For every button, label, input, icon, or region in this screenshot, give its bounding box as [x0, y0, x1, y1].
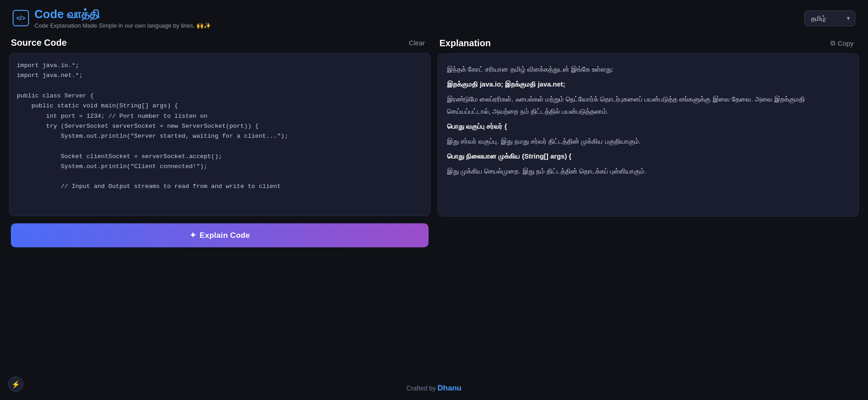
clear-button[interactable]: Clear — [405, 37, 429, 48]
explain-code-button[interactable]: ✦ Explain Code — [11, 223, 429, 247]
explanation-paragraph: இது முக்கிய செயல்முறை. இது நம் திட்டத்தி… — [447, 165, 849, 177]
copy-button[interactable]: ⧉ Copy — [827, 37, 857, 49]
explain-btn-row: ✦ Explain Code — [9, 216, 430, 251]
explanation-panel-title: Explanation — [439, 38, 491, 48]
copy-icon: ⧉ — [830, 39, 835, 47]
explanation-paragraph: பொது நிலையான முக்கிய (String[] args) { — [447, 150, 849, 162]
main-content: Source Code Clear import java.io.*; impo… — [0, 34, 868, 377]
explanation-paragraph: இரண்டுமே லைப்ரரிகள். ஃபைல்கள் மற்றும் நெ… — [447, 93, 849, 117]
header-title-group: Code வாத்தி Code Explanation Made Simple… — [34, 7, 211, 29]
header: </> Code வாத்தி Code Explanation Made Si… — [0, 0, 868, 34]
language-select[interactable]: தமிழ் English Hindi Telugu Kannada — [804, 10, 855, 26]
footer: Crafted by Dhanu — [0, 377, 868, 400]
language-selector-wrapper[interactable]: தமிழ் English Hindi Telugu Kannada — [804, 10, 855, 26]
explain-btn-icon: ✦ — [190, 231, 196, 240]
right-panel: Explanation ⧉ Copy இந்தக் கோட் சரியான தம… — [438, 34, 859, 377]
explanation-paragraph: பொது வகுப்பு சர்வர் { — [447, 120, 849, 132]
left-panel: Source Code Clear import java.io.*; impo… — [9, 34, 430, 377]
app-title: Code வாத்தி — [34, 7, 211, 21]
explanation-paragraph: இந்தக் கோட் சரியான தமிழ் விளக்கத்துடன் இ… — [447, 63, 849, 75]
source-panel-header: Source Code Clear — [9, 34, 430, 53]
copy-label: Copy — [838, 39, 854, 47]
author-name: Dhanu — [438, 384, 462, 392]
explanation-paragraph: இறக்குமதி java.io; இறக்குமதி java.net; — [447, 78, 849, 90]
crafted-by-text: Crafted by — [406, 385, 436, 392]
code-editor[interactable]: import java.io.*; import java.net.*; pub… — [9, 53, 430, 216]
bottom-left-icon[interactable]: ⚡ — [8, 376, 24, 392]
app-subtitle: Code Explanation Made Simple in our own … — [34, 22, 211, 29]
header-left: </> Code வாத்தி Code Explanation Made Si… — [13, 7, 211, 29]
explanation-paragraph: இது சர்வர் வகுப்பு. இது நமது சர்வர் திட்… — [447, 135, 849, 147]
explain-btn-label: Explain Code — [200, 231, 250, 240]
source-panel-title: Source Code — [11, 38, 67, 48]
explanation-box: இந்தக் கோட் சரியான தமிழ் விளக்கத்துடன் இ… — [438, 53, 859, 217]
explanation-panel-header: Explanation ⧉ Copy — [438, 34, 859, 53]
lightning-icon: ⚡ — [11, 380, 20, 389]
logo-icon: </> — [13, 10, 29, 26]
